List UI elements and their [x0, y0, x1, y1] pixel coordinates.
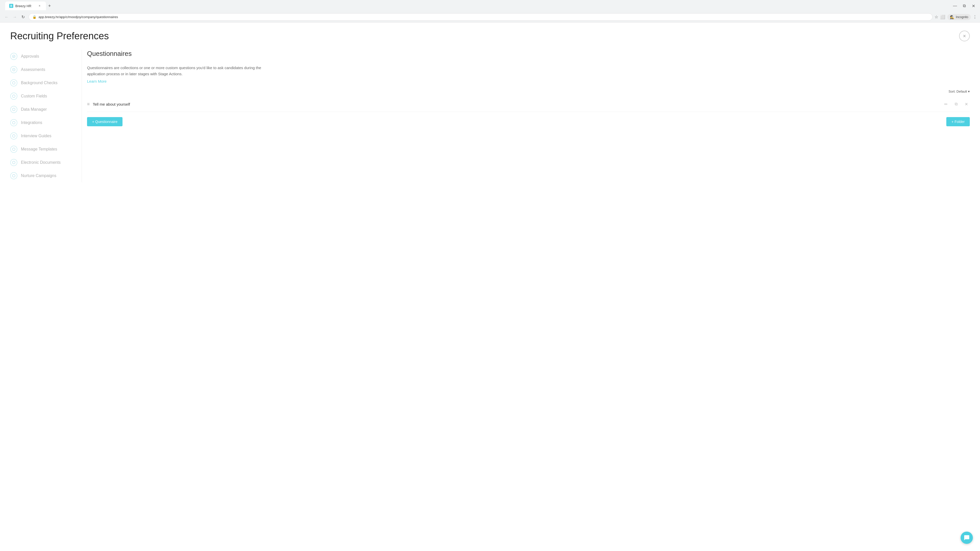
- sidebar-item-message-templates[interactable]: Message Templates: [10, 143, 72, 156]
- questionnaire-name: Tell me about yourself: [93, 102, 942, 106]
- window-minimize-button[interactable]: —: [951, 2, 959, 10]
- sort-chevron-icon: ▾: [968, 89, 970, 94]
- nurture-campaigns-icon: [10, 172, 18, 179]
- approvals-icon: [10, 53, 18, 60]
- tab-close-button[interactable]: ×: [37, 3, 42, 8]
- svg-point-6: [13, 121, 15, 124]
- learn-more-link[interactable]: Learn More: [87, 79, 107, 83]
- page-title: Recruiting Preferences: [10, 30, 970, 41]
- custom-fields-icon: [10, 93, 18, 100]
- toolbar-actions: ☆ ⬜ 🕵 Incognito ⋮: [935, 14, 977, 20]
- incognito-icon: 🕵: [950, 15, 954, 19]
- sort-bar: Sort: Default ▾: [87, 89, 970, 94]
- svg-point-4: [13, 95, 15, 98]
- svg-point-5: [13, 108, 15, 111]
- tab-title: Breezy HR: [15, 4, 32, 8]
- assessments-icon: [10, 66, 18, 73]
- extensions-icon[interactable]: ⬜: [940, 14, 945, 19]
- sort-label: Sort: Default: [948, 89, 967, 94]
- questionnaires-section: Questionnaires Questionnaires are collec…: [82, 50, 970, 183]
- questionnaires-description: Questionnaires are collections or one or…: [87, 65, 266, 77]
- svg-point-9: [13, 161, 15, 164]
- incognito-badge: 🕵 Incognito: [947, 14, 971, 20]
- browser-titlebar: B Breezy HR × + — ⧉ ✕: [0, 0, 980, 12]
- electronic-documents-icon: [10, 159, 18, 166]
- sidebar-item-nurture-campaigns-label: Nurture Campaigns: [21, 173, 56, 178]
- sidebar-item-integrations-label: Integrations: [21, 121, 42, 125]
- incognito-label: Incognito: [956, 15, 968, 19]
- svg-point-10: [13, 175, 15, 177]
- sidebar-item-electronic-documents-label: Electronic Documents: [21, 160, 61, 165]
- svg-point-7: [13, 135, 15, 138]
- list-icon: ≡: [87, 102, 90, 107]
- address-bar[interactable]: 🔒 app.breezy.hr/app/c/moodjoy/company/qu…: [29, 13, 932, 21]
- sidebar-item-interview-guides-label: Interview Guides: [21, 134, 51, 138]
- svg-point-3: [13, 82, 15, 84]
- message-templates-icon: [10, 146, 18, 153]
- sidebar-item-integrations[interactable]: Integrations: [10, 116, 72, 129]
- background-checks-icon: [10, 79, 18, 86]
- questionnaires-title: Questionnaires: [87, 50, 970, 58]
- sidebar-item-approvals-label: Approvals: [21, 54, 39, 59]
- refresh-button[interactable]: ↻: [19, 14, 27, 21]
- sidebar-item-assessments[interactable]: Assessments: [10, 63, 72, 76]
- window-close-button[interactable]: ✕: [970, 2, 977, 10]
- page-content: Recruiting Preferences × Approvals: [0, 22, 980, 551]
- button-bar: + Questionnaire + Folder: [87, 117, 970, 126]
- sidebar-item-assessments-label: Assessments: [21, 67, 45, 72]
- navigation-controls: ← → ↻: [3, 14, 27, 21]
- edit-questionnaire-icon[interactable]: ✏: [942, 100, 950, 108]
- sidebar-item-custom-fields-label: Custom Fields: [21, 94, 47, 98]
- sidebar-item-nurture-campaigns[interactable]: Nurture Campaigns: [10, 169, 72, 183]
- active-tab[interactable]: B Breezy HR ×: [5, 2, 46, 10]
- new-tab-button[interactable]: +: [46, 2, 53, 10]
- omnibox-bar: ← → ↻ 🔒 app.breezy.hr/app/c/moodjoy/comp…: [0, 12, 980, 22]
- url-display: app.breezy.hr/app/c/moodjoy/company/ques…: [38, 15, 929, 19]
- sidebar-item-background-checks-label: Background Checks: [21, 81, 57, 85]
- sidebar-item-interview-guides[interactable]: Interview Guides: [10, 129, 72, 143]
- more-options-icon[interactable]: ⋮: [973, 14, 977, 19]
- delete-questionnaire-icon[interactable]: ✕: [963, 100, 970, 108]
- main-layout: Approvals Assessments Background Ch: [10, 50, 970, 183]
- chat-bubble-button[interactable]: [961, 532, 973, 544]
- sidebar-item-data-manager-label: Data Manager: [21, 107, 47, 112]
- svg-point-8: [13, 148, 15, 151]
- sort-dropdown[interactable]: Sort: Default ▾: [948, 89, 970, 94]
- window-restore-button[interactable]: ⧉: [961, 2, 968, 10]
- sidebar-item-electronic-documents[interactable]: Electronic Documents: [10, 156, 72, 169]
- back-button[interactable]: ←: [3, 14, 10, 21]
- questionnaire-list-item: ≡ Tell me about yourself ✏ ⧉ ✕: [87, 97, 970, 112]
- lock-icon: 🔒: [32, 15, 37, 19]
- sidebar-item-data-manager[interactable]: Data Manager: [10, 103, 72, 116]
- sidebar-item-message-templates-label: Message Templates: [21, 147, 57, 151]
- interview-guides-icon: [10, 132, 18, 140]
- copy-questionnaire-icon[interactable]: ⧉: [953, 100, 959, 108]
- integrations-icon: [10, 119, 18, 126]
- close-preferences-button[interactable]: ×: [959, 30, 970, 41]
- add-questionnaire-button[interactable]: + Questionnaire: [87, 117, 123, 126]
- questionnaire-actions: ✏ ⧉ ✕: [942, 100, 970, 108]
- sidebar-item-approvals[interactable]: Approvals: [10, 50, 72, 63]
- sidebar-item-background-checks[interactable]: Background Checks: [10, 76, 72, 89]
- bookmark-icon[interactable]: ☆: [935, 14, 938, 19]
- data-manager-icon: [10, 106, 18, 113]
- tab-favicon: B: [9, 4, 13, 8]
- sidebar-item-custom-fields[interactable]: Custom Fields: [10, 89, 72, 103]
- sidebar: Approvals Assessments Background Ch: [10, 50, 82, 183]
- chat-icon: [964, 535, 970, 541]
- add-folder-button[interactable]: + Folder: [946, 117, 970, 126]
- forward-button[interactable]: →: [11, 14, 18, 21]
- tab-bar: B Breezy HR × +: [5, 2, 950, 10]
- browser-chrome: B Breezy HR × + — ⧉ ✕ ← → ↻ 🔒 app.breezy…: [0, 0, 980, 22]
